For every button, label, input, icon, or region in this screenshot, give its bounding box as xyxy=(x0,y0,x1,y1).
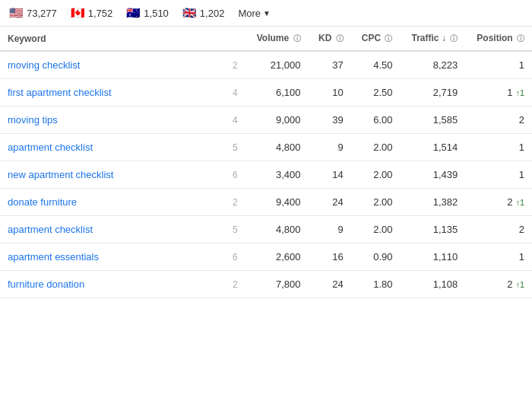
row-kd: 9 xyxy=(309,134,351,161)
au-value: 1,510 xyxy=(144,8,169,19)
more-label: More xyxy=(238,8,261,19)
position-up-icon: ↑1 xyxy=(515,88,524,97)
row-traffic: 2,719 xyxy=(400,79,465,107)
us-value: 73,277 xyxy=(27,8,57,19)
row-volume: 9,400 xyxy=(245,189,309,216)
position-up-icon: ↑1 xyxy=(515,198,524,207)
keyword-link[interactable]: first apartment checklist xyxy=(8,87,112,98)
table-row: apartment checklist54,80092.001,1352 xyxy=(0,216,532,243)
row-traffic: 1,514 xyxy=(400,134,465,161)
row-position: 2↑1 xyxy=(465,271,532,298)
position-up-icon: ↑1 xyxy=(515,280,524,289)
position-value: 1 xyxy=(507,87,512,98)
row-cpc: 2.50 xyxy=(351,79,401,107)
row-position: 2 xyxy=(465,216,532,243)
row-num: 2 xyxy=(217,271,245,298)
table-row: donate furniture29,400242.001,3822↑1 xyxy=(0,189,532,216)
row-kd: 10 xyxy=(309,79,351,107)
table-row: furniture donation27,800241.801,1082↑1 xyxy=(0,271,532,298)
row-position: 1 xyxy=(465,51,532,79)
keyword-link[interactable]: furniture donation xyxy=(8,278,84,290)
row-cpc: 0.90 xyxy=(351,243,401,271)
au-flag-icon: 🇦🇺 xyxy=(126,6,141,20)
col-header-traffic[interactable]: Traffic ↓ ⓘ xyxy=(400,27,465,51)
row-traffic: 1,108 xyxy=(400,271,465,298)
gb-value: 1,202 xyxy=(200,8,225,19)
table-row: moving tips49,000396.001,5852 xyxy=(0,107,532,134)
flag-au: 🇦🇺 1,510 xyxy=(126,6,169,20)
row-num: 2 xyxy=(217,51,245,79)
ca-flag-icon: 🇨🇦 xyxy=(71,6,85,20)
position-value: 2 xyxy=(519,114,524,126)
col-header-kd[interactable]: KD ⓘ xyxy=(309,27,351,51)
keywords-table: Keyword Volume ⓘ KD ⓘ CPC ⓘ Traffic ↓ ⓘ … xyxy=(0,27,532,298)
position-value: 1 xyxy=(519,142,524,153)
row-num: 5 xyxy=(217,134,245,161)
table-row: first apartment checklist46,100102.502,7… xyxy=(0,79,532,107)
row-kd: 14 xyxy=(309,161,351,189)
row-volume: 2,600 xyxy=(245,243,309,271)
kd-sort-icon: ⓘ xyxy=(336,34,344,43)
row-traffic: 1,135 xyxy=(400,216,465,243)
gb-flag-icon: 🇬🇧 xyxy=(182,6,197,20)
position-value: 1 xyxy=(519,59,524,71)
keyword-link[interactable]: donate furniture xyxy=(8,196,77,208)
col-header-cpc[interactable]: CPC ⓘ xyxy=(351,27,401,51)
row-cpc: 1.80 xyxy=(351,271,401,298)
row-num: 4 xyxy=(217,107,245,134)
flag-ca: 🇨🇦 1,752 xyxy=(71,6,113,20)
keyword-link[interactable]: apartment essentials xyxy=(8,251,99,263)
row-kd: 16 xyxy=(309,243,351,271)
row-volume: 4,800 xyxy=(245,216,309,243)
row-cpc: 2.00 xyxy=(351,134,401,161)
table-row: apartment checklist54,80092.001,5141 xyxy=(0,134,532,161)
row-num: 5 xyxy=(217,216,245,243)
table-header-row: Keyword Volume ⓘ KD ⓘ CPC ⓘ Traffic ↓ ⓘ … xyxy=(0,27,532,51)
position-value: 2 xyxy=(507,278,512,290)
row-position: 2↑1 xyxy=(465,189,532,216)
row-num: 6 xyxy=(217,161,245,189)
row-volume: 6,100 xyxy=(245,79,309,107)
row-cpc: 2.00 xyxy=(351,189,401,216)
row-volume: 21,000 xyxy=(245,51,309,79)
keyword-link[interactable]: new apartment checklist xyxy=(8,169,113,180)
cpc-sort-icon: ⓘ xyxy=(385,34,392,43)
row-num: 6 xyxy=(217,243,245,271)
row-traffic: 1,110 xyxy=(400,243,465,271)
position-value: 1 xyxy=(519,169,524,180)
row-traffic: 1,585 xyxy=(400,107,465,134)
keyword-link[interactable]: moving checklist xyxy=(8,59,80,71)
keyword-link[interactable]: apartment checklist xyxy=(8,142,93,153)
row-position: 1↑1 xyxy=(465,79,532,107)
row-cpc: 6.00 xyxy=(351,107,401,134)
row-num: 4 xyxy=(217,79,245,107)
keyword-link[interactable]: apartment checklist xyxy=(8,224,93,235)
row-position: 1 xyxy=(465,243,532,271)
more-button[interactable]: More ▼ xyxy=(238,8,271,19)
table-row: new apartment checklist63,400142.001,439… xyxy=(0,161,532,189)
flag-us: 🇺🇸 73,277 xyxy=(9,6,57,20)
col-header-volume[interactable]: Volume ⓘ xyxy=(245,27,309,51)
row-kd: 39 xyxy=(309,107,351,134)
row-traffic: 8,223 xyxy=(400,51,465,79)
row-num: 2 xyxy=(217,189,245,216)
row-volume: 9,000 xyxy=(245,107,309,134)
row-kd: 24 xyxy=(309,189,351,216)
table-row: apartment essentials62,600160.901,1101 xyxy=(0,243,532,271)
position-value: 1 xyxy=(519,251,524,263)
row-kd: 37 xyxy=(309,51,351,79)
row-position: 1 xyxy=(465,161,532,189)
row-volume: 7,800 xyxy=(245,271,309,298)
row-volume: 4,800 xyxy=(245,134,309,161)
row-position: 1 xyxy=(465,134,532,161)
table-row: moving checklist221,000374.508,2231 xyxy=(0,51,532,79)
position-value: 2 xyxy=(519,224,524,235)
row-position: 2 xyxy=(465,107,532,134)
traffic-sort-icon: ⓘ xyxy=(450,34,458,43)
col-header-num xyxy=(217,27,245,51)
col-header-position[interactable]: Position ⓘ xyxy=(465,27,532,51)
row-traffic: 1,439 xyxy=(400,161,465,189)
keyword-link[interactable]: moving tips xyxy=(8,114,58,126)
us-flag-icon: 🇺🇸 xyxy=(9,6,24,20)
row-traffic: 1,382 xyxy=(400,189,465,216)
